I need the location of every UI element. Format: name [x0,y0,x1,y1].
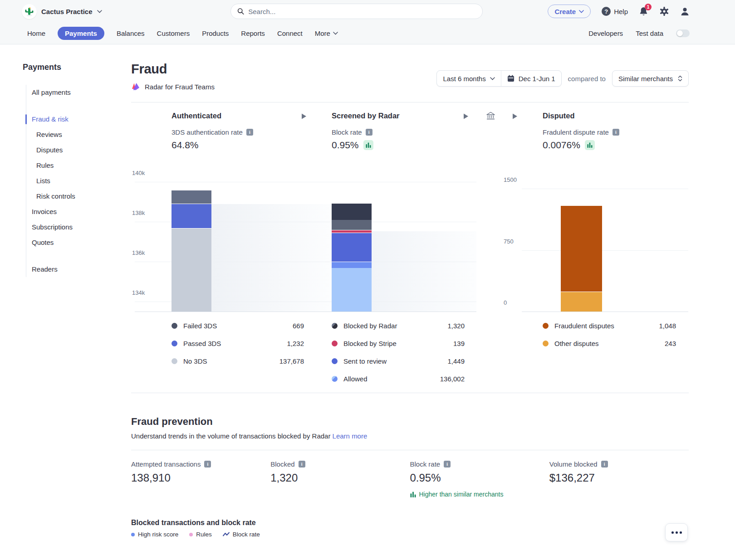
subchart-legend-block-rate: Block rate [223,531,260,538]
sidebar-item-fraud-risk[interactable]: Fraud & risk [26,112,131,127]
sidebar-item-rules[interactable]: Rules [26,158,131,173]
metric-value: 1,320 [270,472,410,484]
overflow-widget-button[interactable] [665,523,688,541]
sidebar-list: All paymentsFraud & riskReviewsDisputesR… [26,85,131,277]
info-icon[interactable]: i [299,461,305,467]
org-switcher[interactable]: Cactus Practice [22,4,102,19]
search-input[interactable] [248,8,476,15]
funnel-charts: 140k138k136k134k15007500 [131,166,688,312]
high-risk-score-dot-icon [131,533,135,536]
dot-icon [676,531,678,534]
nav-item-customers[interactable]: Customers [157,29,190,37]
sidebar-item-reviews[interactable]: Reviews [26,127,131,142]
sidebar-item-invoices[interactable]: Invoices [26,204,131,219]
dot-icon [680,531,682,534]
search-bar[interactable] [230,4,483,19]
legend-label: Sent to review [343,357,441,365]
legend-label: Fraudulent disputes [554,322,653,330]
org-logo [22,4,37,19]
metric-value-text: 64.8% [172,140,199,151]
sidebar-item-all-payments[interactable]: All payments [26,85,131,100]
no-3ds-dot-icon [172,358,177,364]
settings-button[interactable] [659,6,669,16]
info-icon[interactable]: i [612,129,619,136]
passed-3ds-dot-icon [172,341,177,346]
flow-arrow-icon [512,113,518,119]
benchmark-chart-icon[interactable] [585,140,595,150]
date-range-dropdown[interactable]: Last 6 months [437,71,500,86]
create-button[interactable]: Create [548,5,591,18]
account-button[interactable] [680,7,690,16]
nav-item-payments[interactable]: Payments [58,27,104,40]
date-picker[interactable]: Dec 1-Jun 1 [501,71,561,86]
learn-more-link[interactable]: Learn more [333,432,368,440]
funnel-section-title-disputed: Disputed [543,112,575,120]
metric-label-text: Fradulent dispute rate [543,128,609,136]
legend-value: 1,320 [447,322,465,330]
sidebar-item-risk-controls[interactable]: Risk controls [26,189,131,204]
help-icon: ? [602,7,611,16]
nav-item-balances[interactable]: Balances [117,29,145,37]
legend-item-other-disputes: Other disputes243 [543,335,676,352]
nav-item-products[interactable]: Products [202,29,229,37]
chevron-down-icon [490,77,495,80]
blocked-by-stripe-dot-icon [332,341,338,346]
legend-label: Allowed [343,375,434,383]
legend-label: Passed 3DS [183,340,281,347]
legend-label: Blocked by Radar [343,322,441,330]
nav-item-connect[interactable]: Connect [277,29,303,37]
metric-blocked: Blockedi1,320 [270,460,410,498]
metric-label-block-rate: Block ratei [332,128,372,136]
sidebar-item-quotes[interactable]: Quotes [26,235,131,250]
bank-icon [486,112,495,120]
fraud-prevention-description: Understand trends in the volume of trans… [131,432,689,440]
axis-tick-label: 750 [504,238,514,245]
legend-column: Blocked by Radar1,320Blocked by Stripe13… [332,317,465,388]
info-icon[interactable]: i [204,461,211,467]
legend-value: 1,449 [447,357,465,365]
metric-value-block-rate: 0.95% [332,140,373,151]
info-icon[interactable]: i [366,129,372,136]
nav-item-more[interactable]: More [315,29,338,37]
fraud-funnel-section: 140k138k136k134k15007500 Failed 3DS669Pa… [131,102,689,393]
metric-block-rate: Block ratei0.95%Higher than similar merc… [410,460,549,498]
info-icon[interactable]: i [601,461,608,467]
info-icon[interactable]: i [246,129,253,136]
radar-badge-label: Radar for Fraud Teams [145,83,215,91]
baseline [135,312,476,312]
legend-value: 1,232 [287,340,304,347]
legend-item-no-3ds: No 3DS137,678 [172,352,304,370]
info-icon[interactable]: i [444,461,451,467]
help-button[interactable]: ? Help [602,7,628,16]
org-name: Cactus Practice [41,8,93,15]
benchmark-chart-icon[interactable] [363,140,373,150]
sent-to-review-dot-icon [332,358,338,364]
nav-item-developers[interactable]: Developers [588,29,623,37]
legend-label: Other disputes [554,340,659,347]
legend-label: Failed 3DS [183,322,287,330]
benchmark-note: Higher than similar merchants [410,491,549,498]
nav-item-home[interactable]: Home [27,29,45,37]
notifications-button[interactable]: 1 [639,6,648,16]
app-header: Cactus Practice Create ? Help [0,0,735,44]
blocked-by-radar-dot-icon [332,323,338,329]
test-data-toggle[interactable] [676,29,690,37]
sidebar-item-disputes[interactable]: Disputes [26,142,131,158]
cactus-icon [25,7,34,16]
nav-item-reports[interactable]: Reports [241,29,265,37]
sidebar-item-lists[interactable]: Lists [26,173,131,189]
benchmark-select[interactable]: Similar merchants [612,70,689,87]
legend-value: 669 [293,322,304,330]
sidebar-item-subscriptions[interactable]: Subscriptions [26,219,131,235]
legend-value: 243 [665,340,676,347]
metric-value: 0.95% [410,472,549,484]
toggle-knob [677,30,683,36]
metric-value-text: 0.95% [332,140,359,151]
main-nav: HomePaymentsBalancesCustomersProductsRep… [0,23,735,44]
metric-value: $136,227 [549,472,689,484]
legend-item-sent-to-review: Sent to review1,449 [332,352,465,370]
sidebar-heading: Payments [23,63,131,72]
sidebar-item-readers[interactable]: Readers [26,262,131,277]
funnel-flow-band [211,204,332,312]
bar-segment-sent-to-review [332,233,372,262]
